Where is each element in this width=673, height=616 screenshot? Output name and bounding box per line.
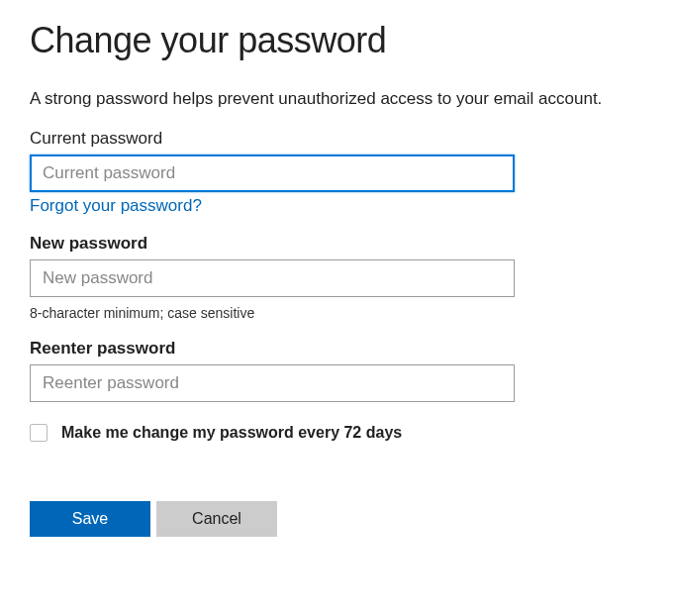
forgot-password-link[interactable]: Forgot your password? <box>30 196 202 216</box>
page-description: A strong password helps prevent unauthor… <box>30 89 643 109</box>
expire-checkbox[interactable] <box>30 424 48 442</box>
expire-checkbox-row: Make me change my password every 72 days <box>30 424 643 442</box>
reenter-password-group: Reenter password <box>30 339 643 402</box>
reenter-password-label: Reenter password <box>30 339 643 359</box>
new-password-input[interactable] <box>30 259 515 297</box>
new-password-group: New password 8-character minimum; case s… <box>30 234 643 321</box>
new-password-label: New password <box>30 234 643 254</box>
reenter-password-input[interactable] <box>30 364 515 402</box>
expire-checkbox-label: Make me change my password every 72 days <box>61 424 402 442</box>
save-button[interactable]: Save <box>30 501 150 537</box>
current-password-label: Current password <box>30 129 643 149</box>
buttons-row: Save Cancel <box>30 501 643 537</box>
current-password-group: Current password Forgot your password? <box>30 129 643 216</box>
page-title: Change your password <box>30 20 643 61</box>
cancel-button[interactable]: Cancel <box>156 501 277 537</box>
password-hint: 8-character minimum; case sensitive <box>30 305 643 321</box>
current-password-input[interactable] <box>30 154 515 192</box>
